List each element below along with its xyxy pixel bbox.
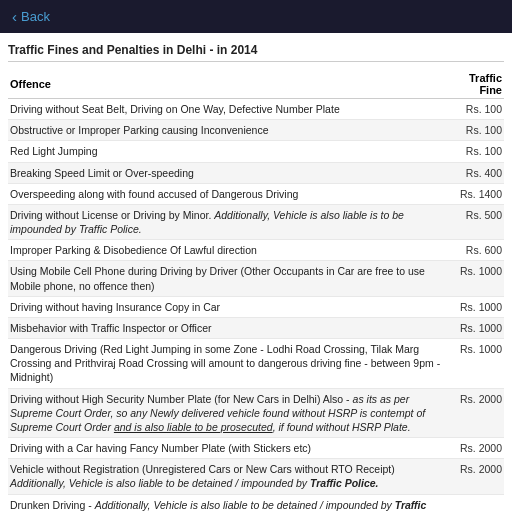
fine-cell: Rs. 600 bbox=[454, 240, 504, 261]
offence-cell: Breaking Speed Limit or Over-speeding bbox=[8, 162, 454, 183]
table-row: Improper Parking & Disobedience Of Lawfu… bbox=[8, 240, 504, 261]
offence-cell: Misbehavior with Traffic Inspector or Of… bbox=[8, 317, 454, 338]
table-row: Driving without having Insurance Copy in… bbox=[8, 296, 504, 317]
fine-cell: Rs. 2000 bbox=[454, 438, 504, 459]
back-label: Back bbox=[21, 9, 50, 24]
table-header-row: Offence Traffic Fine bbox=[8, 70, 504, 99]
fine-cell: Rs. 1400 bbox=[454, 183, 504, 204]
table-row: Overspeeding along with found accused of… bbox=[8, 183, 504, 204]
page-title: Traffic Fines and Penalties in Delhi - i… bbox=[8, 43, 504, 62]
fine-cell: Rs. 400 bbox=[454, 162, 504, 183]
table-row: Red Light JumpingRs. 100 bbox=[8, 141, 504, 162]
offence-cell: Driving without High Security Number Pla… bbox=[8, 388, 454, 438]
offence-cell: Improper Parking & Disobedience Of Lawfu… bbox=[8, 240, 454, 261]
fine-cell: Rs. 1000 bbox=[454, 296, 504, 317]
fine-cell: Rs. 500 bbox=[454, 204, 504, 239]
back-chevron-icon: ‹ bbox=[12, 8, 17, 25]
fine-cell: Rs. 2000 bbox=[454, 459, 504, 494]
fine-cell: Rs. 1000 bbox=[454, 261, 504, 296]
offence-cell: Driving without having Insurance Copy in… bbox=[8, 296, 454, 317]
table-row: Vehicle without Registration (Unregister… bbox=[8, 459, 504, 494]
table-row: Drunken Driving - Additionally, Vehicle … bbox=[8, 494, 504, 512]
main-content: Traffic Fines and Penalties in Delhi - i… bbox=[0, 33, 512, 512]
fine-cell: Rs. 100 bbox=[454, 141, 504, 162]
offence-cell: Drunken Driving - Additionally, Vehicle … bbox=[8, 494, 454, 512]
fine-cell: Rs. 2000 bbox=[454, 388, 504, 438]
fine-cell: Rs. 1000 bbox=[454, 317, 504, 338]
table-row: Driving without Seat Belt, Driving on On… bbox=[8, 99, 504, 120]
header-bar: ‹ Back bbox=[0, 0, 512, 33]
col-offence-header: Offence bbox=[8, 70, 454, 99]
back-button[interactable]: ‹ Back bbox=[12, 8, 50, 25]
table-row: Breaking Speed Limit or Over-speedingRs.… bbox=[8, 162, 504, 183]
fine-cell bbox=[454, 494, 504, 512]
offence-cell: Driving without License or Driving by Mi… bbox=[8, 204, 454, 239]
table-row: Misbehavior with Traffic Inspector or Of… bbox=[8, 317, 504, 338]
table-row: Driving with a Car having Fancy Number P… bbox=[8, 438, 504, 459]
screen: ‹ Back Traffic Fines and Penalties in De… bbox=[0, 0, 512, 512]
fines-table: Offence Traffic Fine Driving without Sea… bbox=[8, 70, 504, 512]
table-row: Using Mobile Cell Phone during Driving b… bbox=[8, 261, 504, 296]
table-row: Obstructive or Improper Parking causing … bbox=[8, 120, 504, 141]
offence-cell: Dangerous Driving (Red Light Jumping in … bbox=[8, 339, 454, 389]
offence-cell: Using Mobile Cell Phone during Driving b… bbox=[8, 261, 454, 296]
offence-cell: Red Light Jumping bbox=[8, 141, 454, 162]
offence-cell: Driving with a Car having Fancy Number P… bbox=[8, 438, 454, 459]
table-row: Driving without License or Driving by Mi… bbox=[8, 204, 504, 239]
offence-cell: Vehicle without Registration (Unregister… bbox=[8, 459, 454, 494]
offence-cell: Obstructive or Improper Parking causing … bbox=[8, 120, 454, 141]
offence-cell: Driving without Seat Belt, Driving on On… bbox=[8, 99, 454, 120]
col-fine-header: Traffic Fine bbox=[454, 70, 504, 99]
fine-cell: Rs. 100 bbox=[454, 120, 504, 141]
offence-cell: Overspeeding along with found accused of… bbox=[8, 183, 454, 204]
fine-cell: Rs. 100 bbox=[454, 99, 504, 120]
table-row: Dangerous Driving (Red Light Jumping in … bbox=[8, 339, 504, 389]
table-row: Driving without High Security Number Pla… bbox=[8, 388, 504, 438]
fine-cell: Rs. 1000 bbox=[454, 339, 504, 389]
